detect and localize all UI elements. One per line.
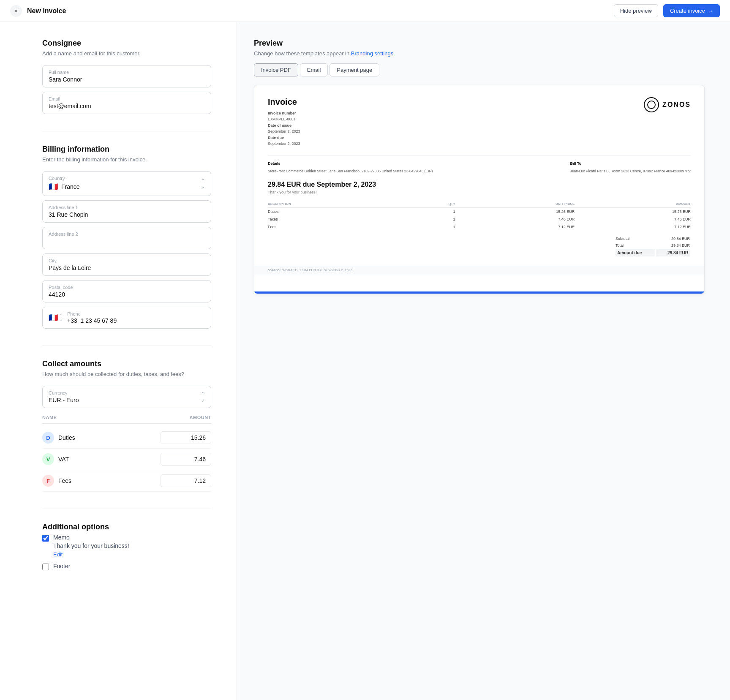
memo-label: Memo	[53, 534, 129, 541]
branding-settings-link[interactable]: Branding settings	[351, 50, 393, 57]
header-left: × New invoice	[10, 5, 66, 17]
invoice-footer-text: 55A605FO-DRAFT - 29.84 EUR due September…	[254, 266, 704, 275]
duties-amount-field[interactable]	[161, 431, 211, 444]
email-input[interactable]	[49, 103, 205, 109]
section-divider-1	[42, 131, 211, 131]
select-arrows-icon: ⌃⌄	[201, 178, 205, 190]
brand-name: ZONOS	[662, 101, 691, 109]
full-name-label: Full name	[49, 70, 205, 75]
consignee-title: Consignee	[42, 39, 211, 48]
fees-label: Fees	[58, 477, 71, 484]
name-col-header: NAME	[42, 415, 57, 420]
memo-checkbox[interactable]	[42, 535, 49, 542]
section-divider-3	[42, 509, 211, 509]
consignee-section: Consignee Add a name and email for this …	[42, 39, 211, 114]
additional-title: Additional options	[42, 523, 211, 531]
address1-field[interactable]: Address line 1	[42, 200, 211, 223]
billing-title: Billing information	[42, 145, 211, 154]
footer-row: Footer	[42, 563, 211, 570]
memo-row: Memo Thank you for your business! Edit	[42, 534, 211, 558]
vat-amount-field[interactable]	[161, 453, 211, 466]
zonos-circle-icon	[644, 97, 659, 112]
shipper-details: Details StoreFront Commerce Golden Stree…	[268, 161, 433, 174]
thank-you-text: Thank you for your business!	[268, 190, 691, 194]
fees-amount-field[interactable]	[161, 474, 211, 487]
address1-input[interactable]	[49, 211, 205, 218]
postal-input[interactable]	[49, 291, 205, 298]
tab-email[interactable]: Email	[300, 63, 328, 76]
create-invoice-button[interactable]: Create invoice →	[663, 4, 720, 17]
country-field[interactable]: Country 🇫🇷 France ⌃⌄	[42, 171, 211, 196]
phone-flag-icon: 🇫🇷	[49, 313, 58, 322]
amounts-table: NAME AMOUNT D Duties V	[42, 415, 211, 492]
consignee-desc: Add a name and email for this customer.	[42, 50, 211, 57]
duties-icon: D	[42, 432, 54, 444]
footer-label: Footer	[53, 563, 70, 569]
memo-text: Thank you for your business!	[53, 542, 129, 549]
footer-checkbox[interactable]	[42, 564, 49, 570]
line-item-duties: Duties 1 15.26 EUR 15.26 EUR	[268, 208, 691, 216]
tab-payment-page[interactable]: Payment page	[330, 63, 379, 76]
currency-field[interactable]: Currency EUR - Euro ⌃⌄	[42, 386, 211, 408]
full-name-field[interactable]: Full name	[42, 65, 211, 87]
fees-input[interactable]	[168, 477, 206, 484]
tab-invoice-pdf[interactable]: Invoice PDF	[254, 63, 298, 76]
postal-field[interactable]: Postal code	[42, 280, 211, 302]
line-item-fees: Fees 1 7.12 EUR 7.12 EUR	[268, 223, 691, 231]
email-field[interactable]: Email	[42, 92, 211, 114]
close-icon: ×	[14, 8, 18, 14]
page-title: New invoice	[27, 7, 66, 15]
postal-label: Postal code	[49, 285, 205, 290]
billing-desc: Enter the billing information for this i…	[42, 156, 211, 163]
zonos-logo: ZONOS	[644, 97, 691, 112]
desc-col-header: Description	[268, 200, 412, 208]
collect-title: Collect amounts	[42, 360, 211, 368]
invoice-meta: Invoice number EXAMPLE-0001 Date of issu…	[268, 110, 300, 147]
recipient-details: Bill To Jean-Luc Picard Paris B, Room 26…	[570, 161, 691, 174]
amount-th: Amount	[575, 200, 691, 208]
collect-desc: How much should be collected for duties,…	[42, 371, 211, 377]
city-field[interactable]: City	[42, 253, 211, 276]
preview-panel: Preview Change how these templates appea…	[237, 22, 730, 700]
invoice-divider	[268, 155, 691, 155]
fees-icon: F	[42, 475, 54, 487]
city-input[interactable]	[49, 264, 205, 271]
phone-input[interactable]	[67, 317, 205, 324]
close-button[interactable]: ×	[10, 5, 22, 17]
arrow-right-icon: →	[708, 8, 713, 14]
invoice-header-row: Invoice Invoice number EXAMPLE-0001 Date…	[268, 97, 691, 147]
invoice-title: Invoice	[268, 97, 300, 107]
address2-field[interactable]: Address line 2	[42, 227, 211, 249]
duties-input[interactable]	[168, 434, 206, 441]
left-panel: Consignee Add a name and email for this …	[0, 22, 237, 700]
vat-label: VAT	[58, 456, 69, 463]
main-layout: Consignee Add a name and email for this …	[0, 22, 730, 700]
amounts-header: NAME AMOUNT	[42, 415, 211, 424]
totals-section: Subtotal 29.84 EUR Total 29.84 EUR Amoun…	[268, 235, 691, 257]
line-items-table: Description Qty Unit price Amount Duties…	[268, 200, 691, 231]
currency-arrows-icon: ⌃⌄	[201, 391, 205, 403]
currency-label: Currency	[49, 390, 201, 395]
address2-input[interactable]	[49, 238, 205, 245]
full-name-input[interactable]	[49, 76, 205, 83]
address1-label: Address line 1	[49, 205, 205, 210]
city-label: City	[49, 258, 205, 263]
invoice-preview: Invoice Invoice number EXAMPLE-0001 Date…	[254, 85, 705, 294]
zonos-inner-circle-icon	[647, 101, 656, 109]
country-value: France	[61, 183, 80, 190]
memo-edit-link[interactable]: Edit	[53, 551, 63, 558]
line-item-taxes: Taxes 1 7.46 EUR 7.46 EUR	[268, 215, 691, 223]
hide-preview-button[interactable]: Hide preview	[614, 4, 658, 17]
fees-row: F Fees	[42, 470, 211, 492]
vat-input[interactable]	[168, 456, 206, 463]
phone-field[interactable]: 🇫🇷 ⌃⌄ Phone	[42, 307, 211, 329]
france-flag-icon: 🇫🇷	[49, 182, 58, 191]
totals-table: Subtotal 29.84 EUR Total 29.84 EUR Amoun…	[615, 235, 691, 257]
address2-label: Address line 2	[49, 232, 205, 237]
amount-col-header: AMOUNT	[189, 415, 211, 420]
phone-arrows-icon: ⌃⌄	[60, 313, 63, 322]
phone-label: Phone	[67, 311, 205, 316]
header-right: Hide preview Create invoice →	[614, 4, 720, 17]
details-section: Details StoreFront Commerce Golden Stree…	[268, 161, 691, 174]
app-header: × New invoice Hide preview Create invoic…	[0, 0, 730, 22]
